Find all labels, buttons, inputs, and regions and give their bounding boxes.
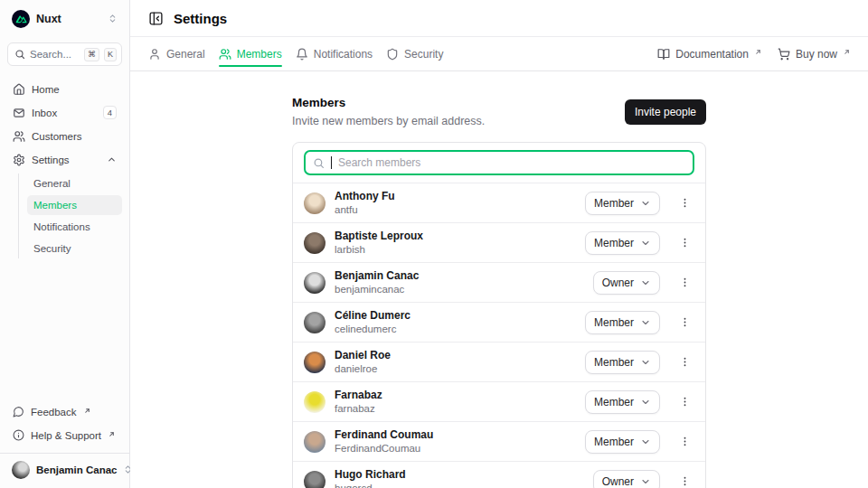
chevron-down-icon: [640, 397, 651, 408]
sidebar-item-security[interactable]: Security: [27, 239, 122, 258]
collapse-sidebar-icon[interactable]: [148, 11, 164, 26]
member-role-select[interactable]: Member: [585, 231, 660, 255]
search-members-input[interactable]: Search members: [304, 150, 694, 175]
users-icon: [13, 130, 25, 143]
member-actions-menu[interactable]: [675, 192, 694, 215]
chevron-down-icon: [640, 476, 651, 487]
member-actions-menu[interactable]: [675, 311, 694, 334]
chevron-down-icon: [640, 436, 651, 447]
member-actions-menu[interactable]: [675, 271, 694, 295]
member-name: Ferdinand Coumau: [335, 428, 576, 441]
tab-general[interactable]: General: [148, 37, 205, 70]
member-name: Benjamin Canac: [335, 269, 584, 282]
tab-members[interactable]: Members: [219, 37, 282, 70]
member-username: FerdinandCoumau: [335, 442, 576, 455]
ellipsis-vertical-icon: [679, 475, 691, 487]
sidebar-item-members[interactable]: Members: [27, 195, 122, 215]
chevron-down-icon: [640, 198, 651, 209]
member-row: Daniel Roe danielroe Member: [293, 342, 705, 381]
sidebar-search-input[interactable]: Search... ⌘ K: [7, 42, 122, 66]
chevron-down-icon: [640, 317, 651, 328]
member-actions-menu[interactable]: [675, 231, 694, 255]
search-icon: [14, 49, 25, 60]
member-row: Hugo Richard hugorcd Owner: [293, 461, 705, 488]
member-row: Ferdinand Coumau FerdinandCoumau Member: [293, 421, 705, 461]
member-role-select[interactable]: Owner: [593, 271, 660, 295]
sidebar-item-feedback[interactable]: Feedback: [7, 401, 122, 422]
nuxt-logo-icon: [12, 10, 30, 28]
ellipsis-vertical-icon: [679, 237, 691, 249]
ellipsis-vertical-icon: [679, 197, 691, 209]
search-members-placeholder: Search members: [338, 156, 420, 169]
member-name: Daniel Roe: [335, 349, 576, 361]
sidebar-item-settings[interactable]: Settings: [7, 149, 122, 170]
member-avatar: [304, 352, 326, 373]
sidebar-item-notifications[interactable]: Notifications: [27, 217, 122, 237]
chevron-up-down-icon: [108, 11, 118, 27]
member-actions-menu[interactable]: [675, 351, 694, 374]
user-menu[interactable]: Benjamin Canac: [7, 454, 122, 481]
user-icon: [148, 48, 161, 61]
member-actions-menu[interactable]: [675, 470, 694, 488]
message-icon: [13, 406, 24, 418]
users-icon: [219, 48, 231, 61]
ellipsis-vertical-icon: [679, 277, 691, 288]
tab-notifications[interactable]: Notifications: [296, 37, 373, 70]
text-cursor: [331, 156, 332, 169]
invite-people-button[interactable]: Invite people: [625, 99, 706, 125]
member-role-select[interactable]: Member: [585, 430, 660, 454]
info-icon: [13, 429, 24, 441]
inbox-icon: [13, 107, 25, 119]
team-switcher[interactable]: Nuxt: [7, 7, 122, 31]
external-link-icon: [844, 45, 850, 58]
member-row: Baptiste Leproux larbish Member: [293, 222, 705, 262]
member-username: danielroe: [335, 362, 576, 375]
documentation-link[interactable]: Documentation: [657, 45, 761, 63]
member-name: Baptiste Leproux: [335, 230, 576, 242]
section-subtitle: Invite new members by email address.: [292, 115, 625, 127]
member-role-select[interactable]: Member: [585, 390, 660, 414]
member-role-select[interactable]: Owner: [593, 470, 660, 488]
member-avatar: [304, 391, 326, 413]
gear-icon: [13, 154, 25, 166]
sidebar-footer-links: Feedback Help & Support: [7, 401, 122, 446]
main: Settings General Members Notifications S…: [130, 0, 868, 488]
bell-icon: [296, 48, 308, 61]
external-link-icon: [84, 401, 90, 418]
sidebar-item-inbox[interactable]: Inbox 4: [7, 102, 122, 123]
sidebar-item-help-support[interactable]: Help & Support: [7, 425, 122, 446]
member-actions-menu[interactable]: [675, 430, 694, 454]
sidebar-item-general[interactable]: General: [27, 174, 122, 193]
member-username: larbish: [335, 243, 576, 256]
member-actions-menu[interactable]: [675, 390, 694, 414]
book-icon: [657, 48, 670, 61]
team-name: Nuxt: [36, 13, 101, 25]
member-role-select[interactable]: Member: [585, 311, 660, 334]
buy-now-link[interactable]: Buy now: [778, 45, 850, 63]
member-row: Benjamin Canac benjamincanac Owner: [293, 262, 705, 302]
member-username: hugorcd: [335, 482, 584, 488]
chevron-down-icon: [640, 277, 651, 288]
page-header: Settings: [130, 0, 868, 37]
members-card: Search members Anthony Fu antfu Member B…: [292, 142, 706, 488]
ellipsis-vertical-icon: [679, 396, 691, 408]
member-username: benjamincanac: [335, 283, 584, 296]
tab-security[interactable]: Security: [386, 37, 443, 70]
sidebar-nav: Home Inbox 4 Customers Settings: [7, 79, 122, 258]
chevron-up-icon: [107, 155, 117, 164]
member-role-select[interactable]: Member: [585, 192, 660, 215]
members-list: Anthony Fu antfu Member Baptiste Leproux…: [293, 183, 705, 488]
member-row: Céline Dumerc celinedumerc Member: [293, 302, 705, 342]
member-role-select[interactable]: Member: [585, 351, 660, 374]
home-icon: [13, 83, 25, 96]
user-avatar: [12, 461, 30, 479]
member-name: Céline Dumerc: [335, 309, 576, 322]
member-username: celinedumerc: [335, 323, 576, 335]
content-area: Members Invite new members by email addr…: [130, 71, 868, 488]
external-link-icon: [108, 425, 115, 441]
member-avatar: [304, 232, 326, 254]
sidebar-item-customers[interactable]: Customers: [7, 126, 122, 146]
sidebar-item-home[interactable]: Home: [7, 79, 122, 99]
member-row: Farnabaz farnabaz Member: [293, 381, 705, 421]
chevron-down-icon: [640, 357, 651, 368]
